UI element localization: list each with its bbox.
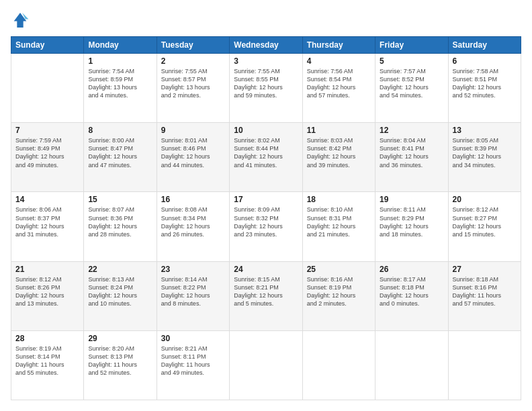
calendar-week-row: 21Sunrise: 8:12 AM Sunset: 8:26 PM Dayli… (11, 261, 521, 330)
day-number: 3 (234, 56, 298, 66)
day-info: Sunrise: 7:56 AM Sunset: 8:54 PM Dayligh… (307, 67, 371, 100)
day-info: Sunrise: 7:59 AM Sunset: 8:49 PM Dayligh… (15, 136, 79, 169)
logo (11, 11, 32, 30)
calendar-cell: 8Sunrise: 8:00 AM Sunset: 8:47 PM Daylig… (84, 123, 157, 192)
day-number: 21 (15, 265, 79, 274)
calendar-cell: 26Sunrise: 8:17 AM Sunset: 8:18 PM Dayli… (375, 261, 448, 330)
calendar-cell: 15Sunrise: 8:07 AM Sunset: 8:36 PM Dayli… (84, 192, 157, 261)
calendar-cell: 1Sunrise: 7:54 AM Sunset: 8:59 PM Daylig… (84, 54, 157, 123)
day-number: 28 (15, 334, 79, 343)
day-number: 22 (88, 265, 152, 274)
day-info: Sunrise: 8:15 AM Sunset: 8:21 PM Dayligh… (234, 275, 298, 308)
calendar-cell: 17Sunrise: 8:09 AM Sunset: 8:32 PM Dayli… (230, 192, 302, 261)
day-number: 23 (161, 265, 225, 274)
calendar-cell: 9Sunrise: 8:01 AM Sunset: 8:46 PM Daylig… (157, 123, 229, 192)
day-number: 20 (453, 195, 517, 204)
day-info: Sunrise: 8:12 AM Sunset: 8:26 PM Dayligh… (15, 275, 79, 308)
day-number: 1 (88, 56, 152, 66)
day-number: 10 (234, 126, 298, 135)
calendar-cell: 2Sunrise: 7:55 AM Sunset: 8:57 PM Daylig… (157, 54, 229, 123)
day-number: 13 (453, 126, 517, 135)
calendar-cell (448, 330, 521, 400)
weekday-header: Sunday (11, 37, 84, 54)
calendar-week-row: 7Sunrise: 7:59 AM Sunset: 8:49 PM Daylig… (11, 123, 521, 192)
day-info: Sunrise: 8:07 AM Sunset: 8:36 PM Dayligh… (88, 205, 152, 238)
calendar-cell: 10Sunrise: 8:02 AM Sunset: 8:44 PM Dayli… (230, 123, 302, 192)
day-info: Sunrise: 7:58 AM Sunset: 8:51 PM Dayligh… (453, 67, 517, 100)
day-info: Sunrise: 8:00 AM Sunset: 8:47 PM Dayligh… (88, 136, 152, 169)
calendar-cell (375, 330, 448, 400)
header-row: SundayMondayTuesdayWednesdayThursdayFrid… (11, 37, 521, 54)
day-info: Sunrise: 7:57 AM Sunset: 8:52 PM Dayligh… (380, 67, 443, 100)
calendar-cell: 4Sunrise: 7:56 AM Sunset: 8:54 PM Daylig… (302, 54, 375, 123)
day-number: 17 (234, 195, 298, 204)
calendar-cell: 20Sunrise: 8:12 AM Sunset: 8:27 PM Dayli… (448, 192, 521, 261)
calendar-cell: 13Sunrise: 8:05 AM Sunset: 8:39 PM Dayli… (448, 123, 521, 192)
calendar-cell (11, 54, 84, 123)
day-info: Sunrise: 8:06 AM Sunset: 8:37 PM Dayligh… (15, 205, 79, 238)
day-number: 6 (453, 56, 517, 66)
calendar-cell: 28Sunrise: 8:19 AM Sunset: 8:14 PM Dayli… (11, 330, 84, 400)
day-info: Sunrise: 7:54 AM Sunset: 8:59 PM Dayligh… (88, 67, 152, 100)
day-number: 26 (380, 265, 443, 274)
calendar-cell: 22Sunrise: 8:13 AM Sunset: 8:24 PM Dayli… (84, 261, 157, 330)
day-number: 29 (88, 334, 152, 343)
calendar-cell: 3Sunrise: 7:55 AM Sunset: 8:55 PM Daylig… (230, 54, 302, 123)
day-number: 11 (307, 126, 371, 135)
day-number: 25 (307, 265, 371, 274)
day-number: 15 (88, 195, 152, 204)
day-number: 7 (15, 126, 79, 135)
calendar-cell: 11Sunrise: 8:03 AM Sunset: 8:42 PM Dayli… (302, 123, 375, 192)
weekday-header: Tuesday (157, 37, 229, 54)
day-number: 27 (453, 265, 517, 274)
calendar-cell: 5Sunrise: 7:57 AM Sunset: 8:52 PM Daylig… (375, 54, 448, 123)
calendar-cell: 29Sunrise: 8:20 AM Sunset: 8:13 PM Dayli… (84, 330, 157, 400)
calendar-cell: 18Sunrise: 8:10 AM Sunset: 8:31 PM Dayli… (302, 192, 375, 261)
day-number: 9 (161, 126, 225, 135)
calendar-cell: 16Sunrise: 8:08 AM Sunset: 8:34 PM Dayli… (157, 192, 229, 261)
calendar-cell: 7Sunrise: 7:59 AM Sunset: 8:49 PM Daylig… (11, 123, 84, 192)
calendar-cell: 14Sunrise: 8:06 AM Sunset: 8:37 PM Dayli… (11, 192, 84, 261)
day-number: 19 (380, 195, 443, 204)
svg-marker-0 (14, 13, 27, 28)
calendar-cell (230, 330, 302, 400)
day-info: Sunrise: 8:10 AM Sunset: 8:31 PM Dayligh… (307, 205, 371, 238)
calendar-cell: 24Sunrise: 8:15 AM Sunset: 8:21 PM Dayli… (230, 261, 302, 330)
day-info: Sunrise: 8:20 AM Sunset: 8:13 PM Dayligh… (88, 345, 152, 377)
day-info: Sunrise: 8:11 AM Sunset: 8:29 PM Dayligh… (380, 205, 443, 238)
day-number: 30 (161, 334, 225, 343)
day-info: Sunrise: 8:16 AM Sunset: 8:19 PM Dayligh… (307, 275, 371, 308)
calendar-cell: 21Sunrise: 8:12 AM Sunset: 8:26 PM Dayli… (11, 261, 84, 330)
logo-icon (11, 11, 30, 30)
weekday-header: Monday (84, 37, 157, 54)
day-info: Sunrise: 8:04 AM Sunset: 8:41 PM Dayligh… (380, 136, 443, 169)
weekday-header: Saturday (448, 37, 521, 54)
day-info: Sunrise: 8:17 AM Sunset: 8:18 PM Dayligh… (380, 275, 443, 308)
day-info: Sunrise: 8:19 AM Sunset: 8:14 PM Dayligh… (15, 345, 79, 377)
day-info: Sunrise: 8:13 AM Sunset: 8:24 PM Dayligh… (88, 275, 152, 308)
header (11, 11, 521, 30)
calendar-cell: 27Sunrise: 8:18 AM Sunset: 8:16 PM Dayli… (448, 261, 521, 330)
calendar-cell: 12Sunrise: 8:04 AM Sunset: 8:41 PM Dayli… (375, 123, 448, 192)
calendar-cell: 23Sunrise: 8:14 AM Sunset: 8:22 PM Dayli… (157, 261, 229, 330)
weekday-header: Wednesday (230, 37, 302, 54)
weekday-header: Thursday (302, 37, 375, 54)
calendar-cell (302, 330, 375, 400)
day-number: 4 (307, 56, 371, 66)
day-info: Sunrise: 8:09 AM Sunset: 8:32 PM Dayligh… (234, 205, 298, 238)
calendar-cell: 30Sunrise: 8:21 AM Sunset: 8:11 PM Dayli… (157, 330, 229, 400)
day-number: 16 (161, 195, 225, 204)
calendar-cell: 6Sunrise: 7:58 AM Sunset: 8:51 PM Daylig… (448, 54, 521, 123)
day-number: 14 (15, 195, 79, 204)
day-info: Sunrise: 8:14 AM Sunset: 8:22 PM Dayligh… (161, 275, 225, 308)
day-info: Sunrise: 7:55 AM Sunset: 8:57 PM Dayligh… (161, 67, 225, 100)
day-info: Sunrise: 8:05 AM Sunset: 8:39 PM Dayligh… (453, 136, 517, 169)
day-info: Sunrise: 8:21 AM Sunset: 8:11 PM Dayligh… (161, 345, 225, 377)
day-info: Sunrise: 8:08 AM Sunset: 8:34 PM Dayligh… (161, 205, 225, 238)
day-number: 18 (307, 195, 371, 204)
page: SundayMondayTuesdayWednesdayThursdayFrid… (0, 0, 532, 411)
calendar-week-row: 28Sunrise: 8:19 AM Sunset: 8:14 PM Dayli… (11, 330, 521, 400)
day-info: Sunrise: 8:01 AM Sunset: 8:46 PM Dayligh… (161, 136, 225, 169)
calendar-cell: 19Sunrise: 8:11 AM Sunset: 8:29 PM Dayli… (375, 192, 448, 261)
calendar-week-row: 14Sunrise: 8:06 AM Sunset: 8:37 PM Dayli… (11, 192, 521, 261)
